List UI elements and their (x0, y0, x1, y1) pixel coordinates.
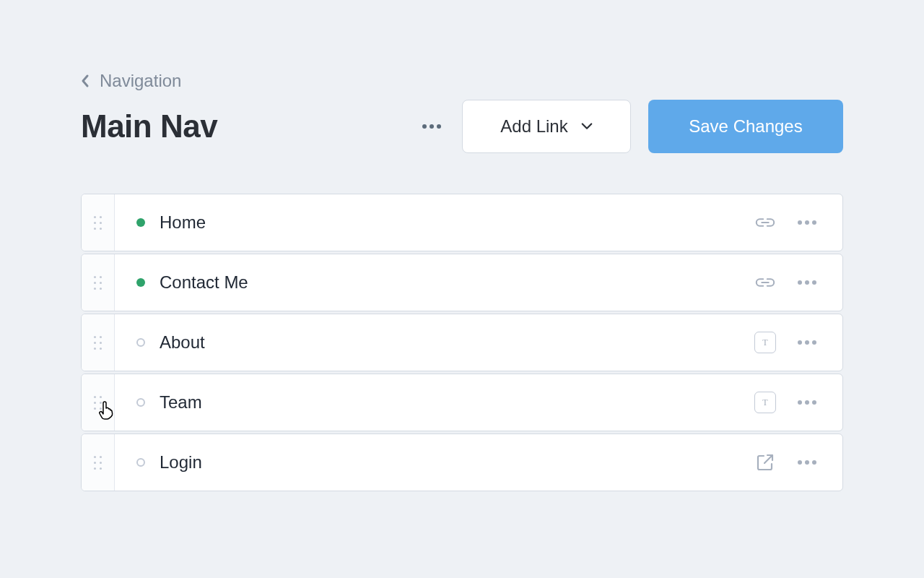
drag-handle-icon (94, 336, 102, 350)
save-changes-label: Save Changes (689, 116, 802, 137)
svg-point-2 (437, 124, 441, 129)
svg-point-19 (812, 460, 816, 465)
drag-handle-icon (94, 276, 102, 290)
status-dot (136, 338, 145, 347)
svg-point-3 (798, 220, 802, 225)
nav-item-label: Contact Me (160, 272, 754, 293)
nav-items-list: HomeContact MeAboutTTeamTLogin (81, 194, 843, 491)
item-more-button[interactable] (796, 212, 818, 233)
drag-handle[interactable] (82, 194, 115, 251)
item-more-button[interactable] (796, 392, 818, 413)
svg-text:T: T (762, 397, 768, 407)
drag-handle-icon (94, 396, 102, 410)
save-changes-button[interactable]: Save Changes (648, 100, 843, 153)
more-menu-button[interactable] (419, 113, 445, 139)
nav-item[interactable]: TeamT (81, 374, 843, 431)
svg-point-17 (798, 460, 802, 465)
nav-item[interactable]: AboutT (81, 314, 843, 371)
page-type-icon: T (754, 332, 776, 353)
nav-item-label: About (160, 332, 754, 353)
svg-point-7 (805, 280, 809, 285)
nav-item[interactable]: Login (81, 434, 843, 491)
item-more-button[interactable] (796, 332, 818, 353)
svg-text:T: T (762, 337, 768, 348)
breadcrumb[interactable]: Navigation (81, 71, 843, 91)
svg-point-16 (812, 400, 816, 405)
page-type-icon: T (754, 392, 776, 413)
status-dot (136, 458, 145, 467)
svg-point-10 (798, 340, 802, 345)
item-more-button[interactable] (796, 452, 818, 473)
add-link-button[interactable]: Add Link (462, 100, 631, 153)
nav-item-label: Login (160, 452, 754, 473)
svg-point-6 (798, 280, 802, 285)
status-dot (136, 218, 145, 227)
drag-handle-icon (94, 456, 102, 470)
drag-handle[interactable] (82, 314, 115, 371)
page-title: Main Nav (81, 108, 401, 144)
chevron-down-icon (581, 121, 593, 132)
nav-item[interactable]: Home (81, 194, 843, 251)
svg-point-8 (812, 280, 816, 285)
link-icon (754, 272, 776, 293)
svg-point-14 (798, 400, 802, 405)
nav-item[interactable]: Contact Me (81, 254, 843, 311)
link-icon (754, 212, 776, 233)
chevron-left-icon (81, 74, 90, 88)
status-dot (136, 278, 145, 287)
drag-handle[interactable] (82, 434, 115, 491)
nav-item-label: Home (160, 212, 754, 233)
svg-point-5 (812, 220, 816, 225)
drag-handle-icon (94, 216, 102, 230)
svg-point-0 (422, 124, 427, 129)
svg-point-15 (805, 400, 809, 405)
nav-item-label: Team (160, 392, 754, 413)
svg-point-11 (805, 340, 809, 345)
breadcrumb-label: Navigation (100, 71, 181, 91)
svg-point-4 (805, 220, 809, 225)
drag-handle[interactable] (82, 374, 115, 431)
svg-point-1 (430, 124, 434, 129)
status-dot (136, 398, 145, 407)
svg-point-12 (812, 340, 816, 345)
add-link-label: Add Link (500, 116, 567, 137)
item-more-button[interactable] (796, 272, 818, 293)
svg-point-18 (805, 460, 809, 465)
drag-handle[interactable] (82, 254, 115, 311)
external-link-icon (754, 452, 776, 473)
